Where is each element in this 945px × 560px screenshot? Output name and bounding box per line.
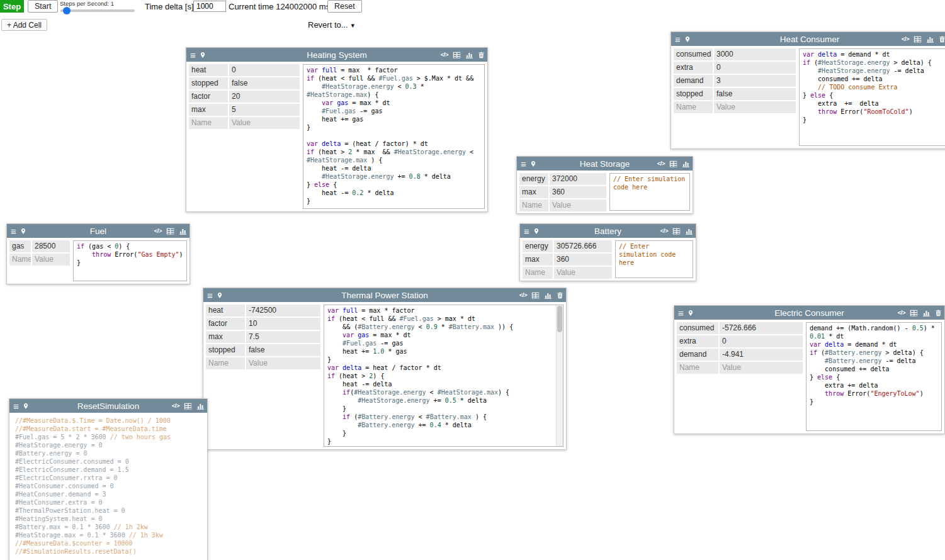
prop-value-cell[interactable]: 372000	[550, 173, 606, 185]
prop-name-cell[interactable]: factor	[189, 91, 228, 103]
prop-value-cell[interactable]: Value	[246, 357, 320, 369]
menu-icon[interactable]: ≡	[11, 227, 16, 236]
prop-name-cell[interactable]: Name	[674, 101, 713, 113]
prop-value-cell[interactable]: 0	[720, 335, 803, 347]
prop-value-cell[interactable]: Value	[229, 117, 300, 129]
card-header[interactable]: ≡Heat Consumer</>	[671, 32, 945, 46]
prop-name-cell[interactable]: extra	[674, 62, 713, 74]
prop-value-cell[interactable]: Value	[550, 199, 606, 211]
prop-value-cell[interactable]: 20	[229, 91, 300, 103]
reset-button[interactable]: Reset	[327, 0, 362, 13]
prop-value-cell[interactable]: 305726.666	[554, 240, 612, 252]
pin-icon[interactable]	[533, 227, 540, 235]
table-icon[interactable]	[184, 402, 192, 410]
prop-value-cell[interactable]: false	[246, 344, 320, 356]
card-header[interactable]: ≡Thermal Power Station</>	[203, 288, 566, 302]
prop-value-cell[interactable]: 10	[246, 318, 320, 330]
card-header[interactable]: ≡ResetSimulation</>	[9, 399, 207, 413]
code-icon[interactable]: </>	[441, 52, 448, 58]
time-delta-input[interactable]	[193, 1, 226, 12]
chart-icon[interactable]	[926, 35, 934, 43]
code-icon[interactable]: </>	[898, 310, 905, 316]
prop-value-cell[interactable]: 3	[714, 75, 796, 87]
prop-name-cell[interactable]: gas	[9, 240, 31, 252]
code-icon[interactable]: </>	[172, 403, 179, 409]
prop-value-cell[interactable]: false	[714, 88, 796, 100]
pin-icon[interactable]	[688, 309, 694, 317]
table-icon[interactable]	[166, 227, 174, 235]
prop-name-cell[interactable]: heat	[206, 305, 245, 316]
pin-icon[interactable]	[200, 51, 206, 59]
table-icon[interactable]	[531, 291, 540, 300]
pin-icon[interactable]	[530, 160, 536, 168]
prop-value-cell[interactable]: false	[229, 77, 300, 89]
pin-icon[interactable]	[217, 291, 223, 300]
code-editor[interactable]: var delta = demand * dtif (#HeatStorage.…	[799, 48, 945, 146]
prop-name-cell[interactable]: consumed	[677, 322, 718, 334]
chart-icon[interactable]	[179, 227, 187, 235]
table-icon[interactable]	[914, 35, 922, 43]
code-editor[interactable]: // Enter simulation code here	[609, 173, 690, 211]
trash-icon[interactable]	[935, 309, 942, 317]
prop-name-cell[interactable]: max	[523, 254, 553, 266]
prop-name-cell[interactable]: consumed	[674, 48, 713, 60]
prop-name-cell[interactable]: max	[189, 104, 228, 116]
menu-icon[interactable]: ≡	[678, 308, 684, 318]
prop-value-cell[interactable]: 0	[229, 64, 300, 76]
prop-value-cell[interactable]: Value	[554, 267, 612, 279]
code-editor[interactable]: demand += (Math.random() - 0.5) *0.01 * …	[806, 322, 942, 431]
chart-icon[interactable]	[682, 160, 690, 168]
prop-name-cell[interactable]: max	[206, 331, 245, 343]
prop-value-cell[interactable]: 5	[229, 104, 300, 116]
card-header[interactable]: ≡Electric Consumer</>	[674, 306, 944, 320]
table-icon[interactable]	[672, 227, 681, 235]
prop-name-cell[interactable]: Name	[519, 199, 548, 211]
prop-value-cell[interactable]: 0	[714, 62, 796, 74]
prop-name-cell[interactable]: demand	[677, 349, 718, 361]
prop-value-cell[interactable]: -4.941	[720, 349, 803, 361]
code-icon[interactable]: </>	[902, 36, 909, 42]
chart-icon[interactable]	[544, 291, 552, 300]
table-icon[interactable]	[910, 309, 918, 317]
code-icon[interactable]: </>	[660, 228, 668, 234]
prop-name-cell[interactable]: heat	[189, 64, 228, 76]
code-editor[interactable]: var full = max * factorif (heat < full &…	[324, 305, 563, 447]
prop-value-cell[interactable]: Value	[720, 362, 803, 374]
prop-value-cell[interactable]: 360	[554, 254, 612, 266]
prop-value-cell[interactable]: -742500	[246, 305, 320, 316]
prop-name-cell[interactable]: energy	[523, 240, 553, 252]
menu-icon[interactable]: ≡	[207, 291, 213, 300]
revert-to-dropdown[interactable]: Revert to...▾	[308, 20, 354, 30]
chart-icon[interactable]	[685, 227, 693, 235]
prop-name-cell[interactable]: max	[519, 186, 548, 198]
prop-value-cell[interactable]: 7.5	[246, 331, 320, 343]
prop-name-cell[interactable]: Name	[9, 254, 31, 266]
code-icon[interactable]: </>	[154, 228, 162, 234]
prop-name-cell[interactable]: stopped	[206, 344, 245, 356]
chart-icon[interactable]	[465, 51, 473, 59]
chart-icon[interactable]	[196, 402, 205, 410]
pin-icon[interactable]	[23, 402, 29, 410]
code-editor[interactable]: //#MeasureData.$.Time = Date.now() / 100…	[12, 415, 205, 560]
prop-name-cell[interactable]: stopped	[674, 88, 713, 100]
scrollbar-thumb[interactable]	[557, 306, 562, 332]
prop-name-cell[interactable]: Name	[677, 362, 718, 374]
card-header[interactable]: ≡Heat Storage</>	[517, 157, 693, 171]
trash-icon[interactable]	[557, 291, 563, 300]
step-button[interactable]: Step	[0, 0, 24, 13]
trash-icon[interactable]	[939, 35, 945, 43]
prop-name-cell[interactable]: energy	[519, 173, 548, 185]
prop-name-cell[interactable]: Name	[206, 357, 245, 369]
card-header[interactable]: ≡Battery</>	[520, 224, 696, 238]
prop-value-cell[interactable]: 3000	[714, 48, 796, 60]
prop-value-cell[interactable]: 28500	[32, 240, 70, 252]
table-icon[interactable]	[453, 51, 461, 59]
table-icon[interactable]	[669, 160, 677, 168]
trash-icon[interactable]	[478, 51, 485, 59]
card-header[interactable]: ≡Fuel</>	[7, 224, 190, 238]
prop-name-cell[interactable]: Name	[189, 117, 228, 129]
prop-name-cell[interactable]: extra	[677, 335, 718, 347]
card-header[interactable]: ≡Heating System</>	[186, 48, 487, 62]
menu-icon[interactable]: ≡	[190, 50, 196, 60]
prop-name-cell[interactable]: stopped	[189, 77, 228, 89]
